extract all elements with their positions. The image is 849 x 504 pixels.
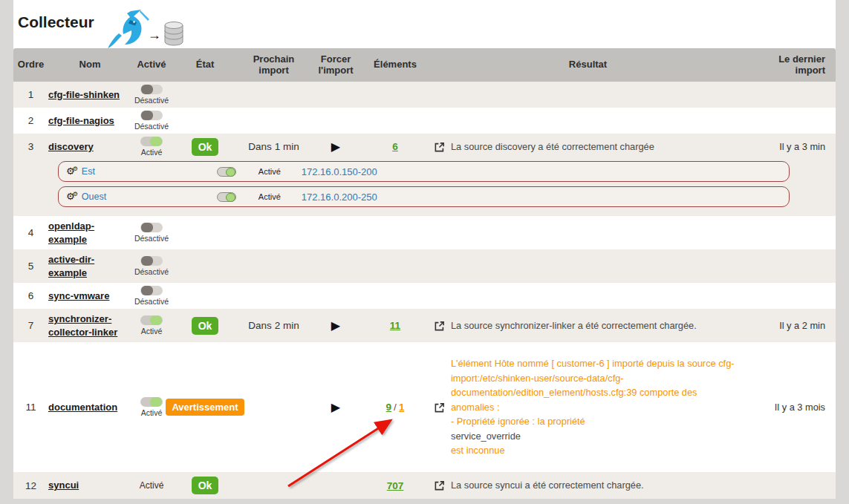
column-header-dernier-import: Le dernier import — [748, 54, 836, 76]
source-link[interactable]: discovery — [48, 140, 94, 154]
main-content: Collecteur → OrdreNomActivéÉtatProchain … — [13, 0, 836, 494]
subsource-link[interactable]: Est — [82, 166, 217, 177]
gears-icon: ⚙⚙ — [66, 192, 78, 201]
column-header-prochain-import: Prochain import — [238, 54, 309, 76]
shinken-ninja-icon — [106, 9, 151, 49]
order-number: 5 — [28, 261, 34, 272]
ip-range-link[interactable]: 172.16.0.150-200 — [302, 166, 377, 177]
toggle-state-label: Activé — [140, 480, 164, 491]
column-header-forcer-import: Forcer l'import — [309, 54, 362, 76]
order-number: 11 — [25, 402, 36, 413]
sub-source-row-Ouest: ⚙⚙OuestActivé172.16.0.200-250 — [58, 186, 790, 207]
column-header-ordre: Ordre — [13, 59, 48, 71]
subsource-state-label: Activé — [258, 167, 281, 176]
toggle-knob — [150, 397, 162, 407]
page-title: Collecteur — [18, 13, 94, 31]
result-text: L'élément Hôte nommé [ customer-6 ] impo… — [451, 356, 735, 458]
toggle-switch[interactable] — [140, 397, 163, 407]
toggle-switch[interactable] — [140, 137, 163, 146]
column-header-elements: Éléments — [362, 59, 428, 71]
database-icon — [163, 21, 185, 46]
source-row-synchronizer-collector-linker: 7synchronizer-collector-linkerActivéOkDa… — [13, 309, 836, 342]
result-line: La source syncui a été correctement char… — [451, 478, 644, 493]
next-import-time: Dans 1 min — [248, 141, 299, 152]
toggle-state-label: Activé — [141, 408, 163, 417]
toggle-knob — [150, 137, 162, 146]
toggle-knob — [226, 168, 235, 177]
source-link[interactable]: documentation — [48, 401, 117, 414]
source-row-sync-vmware: 6sync-vmwareDésactivé — [13, 283, 836, 309]
last-import-time: Il y a 3 mois — [775, 402, 825, 413]
last-import-time: Il y a 3 min — [779, 141, 825, 152]
toggle-knob — [141, 256, 153, 266]
force-import-button[interactable]: ▶ — [331, 320, 340, 332]
source-row-discovery: 3discoveryActivéOkDans 1 min▶6La source … — [13, 134, 836, 216]
toggle-state-label: Désactivé — [134, 297, 169, 306]
toggle-state-label: Activé — [141, 148, 163, 157]
toggle-knob — [226, 193, 235, 202]
source-link[interactable]: syncui — [48, 479, 79, 492]
toggle-switch[interactable] — [140, 85, 163, 94]
elements-count-link[interactable]: 9 — [386, 402, 392, 413]
column-header-active: Activé — [131, 59, 172, 71]
next-import-time: Dans 2 min — [248, 320, 299, 331]
title-bar: Collecteur → — [13, 0, 836, 48]
toggle-state-label: Désactivé — [134, 234, 169, 243]
source-link[interactable]: synchronizer-collector-linker — [48, 312, 129, 338]
result-line: L'élément Hôte nommé [ customer-6 ] impo… — [451, 356, 735, 371]
status-badge: Ok — [192, 317, 219, 335]
result-text: La source syncui a été correctement char… — [451, 478, 644, 493]
toggle-switch[interactable] — [217, 192, 236, 202]
result-line: est inconnue — [451, 443, 735, 458]
toggle-switch[interactable] — [140, 286, 163, 295]
order-number: 12 — [25, 480, 36, 491]
toggle-state-label: Activé — [141, 327, 163, 336]
result-text: La source discovery a été correctement c… — [451, 140, 654, 154]
external-link-icon[interactable] — [434, 402, 445, 413]
elements-count-link[interactable]: 707 — [387, 480, 404, 491]
anomalies-count-link[interactable]: 1 — [399, 402, 405, 413]
last-import-time: Il y a 2 min — [779, 320, 825, 331]
column-header-etat: État — [172, 59, 238, 71]
force-import-button[interactable]: ▶ — [331, 402, 340, 413]
external-link-icon[interactable] — [434, 480, 445, 491]
toggle-switch[interactable] — [140, 223, 163, 232]
order-number: 2 — [28, 115, 34, 126]
toggle-switch[interactable] — [140, 256, 163, 266]
toggle-state-label: Désactivé — [134, 122, 169, 131]
flow-arrow-icon: → — [148, 27, 161, 43]
toggle-knob — [141, 111, 153, 120]
toggle-state-label: Désactivé — [134, 267, 169, 276]
toggle-switch[interactable] — [140, 315, 163, 325]
order-number: 3 — [28, 141, 34, 152]
external-link-icon[interactable] — [434, 142, 445, 153]
toggle-state-label: Désactivé — [134, 96, 169, 105]
toggle-knob — [150, 315, 162, 325]
elements-count-link[interactable]: 11 — [390, 320, 400, 331]
source-link[interactable]: active-dir-example — [48, 253, 129, 279]
order-number: 4 — [28, 227, 34, 238]
result-line: documentation/edition_element/hosts.cfg:… — [451, 385, 735, 400]
toggle-switch[interactable] — [217, 167, 236, 177]
toggle-knob — [141, 286, 153, 295]
toggle-switch[interactable] — [140, 111, 163, 120]
source-link[interactable]: openldap-example — [48, 220, 129, 246]
status-badge: Ok — [192, 138, 219, 156]
sub-sources: ⚙⚙EstActivé172.16.0.150-200⚙⚙OuestActivé… — [13, 160, 836, 216]
external-link-icon[interactable] — [434, 321, 445, 332]
source-link[interactable]: cfg-file-shinken — [48, 88, 120, 102]
source-row-syncui: 12syncuiActivéOk707La source syncui a ét… — [13, 472, 836, 499]
elements-count-link[interactable]: 6 — [392, 141, 398, 152]
result-line: service_override — [451, 429, 735, 444]
force-import-button[interactable]: ▶ — [331, 141, 340, 153]
result-text: La source synchronizer-linker a été corr… — [451, 318, 697, 333]
subsource-link[interactable]: Ouest — [82, 192, 217, 202]
source-link[interactable]: sync-vmware — [48, 289, 109, 303]
result-line: import:/etc/shinken-user/source-data/cfg… — [451, 371, 735, 386]
ip-range-link[interactable]: 172.16.0.200-250 — [302, 192, 377, 203]
sub-source-row-Est: ⚙⚙EstActivé172.16.0.150-200 — [58, 161, 790, 182]
order-number: 1 — [28, 89, 34, 100]
collector-logo: → — [106, 9, 185, 49]
source-row-openldap-example: 4openldap-exampleDésactivé — [13, 216, 836, 249]
source-link[interactable]: cfg-file-nagios — [48, 114, 114, 128]
